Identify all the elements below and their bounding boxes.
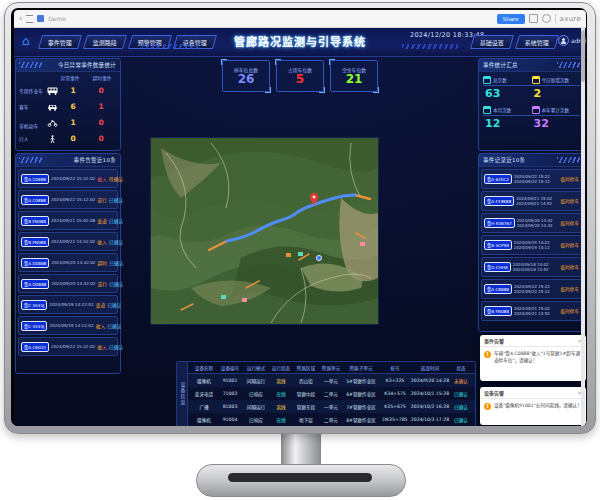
marker-blue-dot	[316, 255, 321, 260]
alarm-status: 已确认	[109, 343, 123, 350]
alarm-row[interactable]: 鲁A C6022 2024/09/22 15:22:02 驶入 已确认	[18, 337, 118, 356]
toast-title: 设备告警	[484, 389, 504, 396]
alarm-row[interactable]: 鲁B FN088 2024/09/21 15:02:08 变道 已确认	[18, 211, 118, 230]
alarm-status: 已确认	[109, 196, 123, 203]
tab-label: Demo	[48, 15, 66, 22]
license-plate-badge: 鲁B FN088	[21, 216, 49, 226]
license-plate-badge: 鲁C 5555J	[21, 300, 47, 310]
device-table-row[interactable]: 广播 81003 间隔运行 离线 管廊东段 一单元 7#管廊作业区 K35+67…	[188, 400, 475, 413]
pages-icon[interactable]	[529, 14, 538, 23]
alarm-time: 2024/09/19 14:22:02	[49, 302, 93, 307]
marker-orange	[286, 253, 291, 257]
record-rows: 鲁A 62EC2 2024/09/22 15:22 2024/09/22 15:…	[479, 167, 584, 325]
alarm-type: 驶入	[97, 343, 107, 350]
license-plate-badge: 鲁A D0888	[21, 258, 49, 268]
panel-title: 事件记录近10条	[483, 156, 525, 164]
license-plate-badge: 鲁G CHH8	[484, 262, 511, 272]
record-times: 2024/09/21 15:02 2024/09/21 14:52	[516, 196, 558, 206]
panel-event-records: 事件记录近10条 鲁A 62EC2 2024/09/22 15:22 2024/…	[478, 153, 585, 332]
record-row[interactable]: 鲁A 62EC2 2024/09/22 15:22 2024/09/22 15:…	[481, 169, 582, 189]
record-row[interactable]: 鲁B 5CP99 2024/09/19 14:22 2024/09/19 14:…	[481, 235, 582, 255]
record-times: 2024/09/18 14:02 2024/09/18 13:52	[513, 262, 559, 272]
nav-monitor-sections[interactable]: 监测路段	[83, 35, 127, 49]
alarm-rows: 鲁A C0888 2024/09/22 15:22:02 驶入 待确认 鲁A C…	[16, 167, 120, 360]
nav-event-management[interactable]: 事件管理	[38, 35, 82, 49]
alarm-time: 2024/09/22 15:12:02	[51, 197, 95, 202]
panel-event-summary: 事件统计汇总 总次数 63 今日新增次数 2 本月次数 12 本年累计次数 32	[478, 58, 585, 151]
alarm-row[interactable]: 鲁A D0888 2024/09/20 14:42:02 超时 已确认	[18, 253, 118, 272]
license-plate-badge: 鲁A 62EC2	[484, 174, 512, 184]
stat-total-spaces: 停车位总数 26	[222, 60, 270, 92]
license-plate-badge: 鲁A C6022	[21, 342, 49, 352]
record-row[interactable]: 鲁B FN088 2024/09/21 15:02 2024/09/21 14:…	[481, 301, 582, 321]
scrollbar-track[interactable]	[581, 28, 585, 426]
device-table-side-title: 设备信息	[177, 362, 188, 426]
alarm-row[interactable]: 鲁B FN088 2024/09/21 14:52:02 驶入 已确认	[18, 232, 118, 251]
nav-system-management[interactable]: 系统管理	[515, 35, 559, 49]
alarm-type: 逆行	[98, 280, 108, 287]
record-row[interactable]: 鲁H K58767 2024/09/20 14:42 2024/09/20 14…	[481, 213, 582, 233]
record-row[interactable]: 鲁G CHH8 2024/09/18 14:02 2024/09/18 13:5…	[481, 257, 582, 277]
record-status: 临时停车	[561, 308, 579, 314]
calendar-icon	[483, 106, 491, 114]
device-table-row[interactable]: 蓝牙电话 71002 已响应 在线 管廊中段 二单元 6#管廊作业区 K34+5…	[188, 387, 475, 400]
page-title: 管廊路况监测与引导系统	[200, 33, 400, 49]
license-plate-badge: 鲁A C0888	[21, 195, 49, 205]
sitemap-icon[interactable]	[26, 15, 33, 23]
license-plate-badge: 鲁A C8888	[484, 284, 512, 294]
record-status: 临时停车	[561, 176, 579, 182]
share-button[interactable]: Share	[497, 14, 525, 24]
toast-message: 车辆"鲁A C0888"驶入"1号管廊1#卸车通道停车位"，请确认！	[494, 351, 582, 365]
record-status: 临时停车	[561, 264, 579, 270]
alarm-row[interactable]: 鲁C 5555J 2024/09/19 14:12:02 驶入 已确认	[18, 316, 118, 335]
license-plate-badge: 鲁C 5555J	[21, 321, 47, 331]
toast-event-alarm: 事件告警 × ! 车辆"鲁A C0888"驶入"1号管廊1#卸车通道停车位"，请…	[480, 335, 586, 381]
panel-title: 今日异常事件数量统计	[58, 61, 116, 69]
alarm-row[interactable]: 鲁A C0888 2024/09/22 15:22:02 驶入 待确认	[18, 169, 118, 188]
record-row[interactable]: 鲁A F19888 2024/09/21 15:02 2024/09/21 14…	[481, 191, 582, 211]
alarm-time: 2024/09/21 14:52:02	[51, 239, 95, 244]
warning-icon: !	[484, 351, 491, 358]
record-status: 临时停车	[561, 220, 579, 226]
license-plate-badge: 鲁B FN088	[21, 237, 49, 247]
scrollbar-thumb[interactable]	[581, 30, 585, 82]
record-times: 2024/09/20 14:42 2024/09/20 14:32	[517, 218, 559, 228]
satellite-map[interactable]	[150, 137, 379, 325]
alarm-type: 变道	[96, 301, 106, 308]
license-plate-badge: 鲁H K58767	[484, 218, 515, 228]
axure-brand: axure	[560, 15, 581, 23]
license-plate-badge: 鲁A C0888	[21, 174, 49, 184]
project-logo-icon	[37, 15, 44, 22]
alarm-row[interactable]: 鲁C 5555J 2024/09/19 14:22:02 变道 已确认	[18, 295, 118, 314]
alarm-time: 2024/09/22 15:22:02	[51, 344, 95, 349]
dashboard: ⌂ 事件管理 监测路段 预警管理 设备管理 管廊路况监测与引导系统 2024/1…	[14, 28, 586, 426]
panel-hatch-decoration	[557, 62, 581, 68]
alarm-time: 2024/09/20 14:42:02	[51, 260, 95, 265]
record-times: 2024/09/21 15:02 2024/09/21 14:52	[514, 306, 559, 316]
toast-device-alarm: 设备告警 × ! 设备"摄像机91001"长时间离线，请确认！	[480, 387, 586, 425]
stats-row-pedestrian: 行人 0 0	[16, 130, 120, 146]
alarm-row[interactable]: 鲁A D0888 2024/09/20 14:32:02 逆行 已确认	[18, 274, 118, 293]
toast-title: 事件告警	[484, 337, 504, 344]
alarm-time: 2024/09/22 15:22:02	[51, 176, 95, 181]
nav-basic-settings[interactable]: 基础设置	[470, 35, 514, 49]
record-times: 2024/09/19 14:22 2024/09/19 14:12	[514, 240, 559, 250]
marker-teal-2	[221, 295, 226, 299]
record-row[interactable]: 鲁A C8888 2024/09/22 15:22 2024/09/22 15:…	[481, 279, 582, 299]
device-table-row[interactable]: 摄像机 91004 已响应 在线 地下层 二单元 8#管廊作业区 DK35+78…	[188, 413, 475, 426]
back-icon[interactable]: ‹	[19, 15, 22, 23]
calendar-icon	[532, 106, 540, 114]
marker-pink-2	[242, 298, 247, 302]
alarm-status: 已确认	[107, 322, 121, 329]
account-icon[interactable]	[542, 14, 551, 23]
monitor-screen: ‹ Demo Share axure ⌂ 事件管理 监测路段 预警管理 设备管理…	[14, 10, 586, 426]
alarm-row[interactable]: 鲁A C0888 2024/09/22 15:12:02 逆行 已确认	[18, 190, 118, 209]
home-icon[interactable]: ⌂	[22, 35, 30, 47]
license-plate-badge: 鲁A D0888	[21, 279, 49, 289]
record-status: 临时停车	[561, 198, 579, 204]
panel-title: 事件统计汇总	[483, 61, 518, 69]
license-plate-badge: 鲁A F19888	[484, 196, 514, 206]
device-table-row[interactable]: 摄像机 91001 间隔运行 离线 西山街 一单元 5#管廊作业区 K3+225…	[188, 374, 475, 387]
pedestrian-icon	[45, 129, 59, 148]
panel-hatch-decoration	[19, 62, 43, 68]
